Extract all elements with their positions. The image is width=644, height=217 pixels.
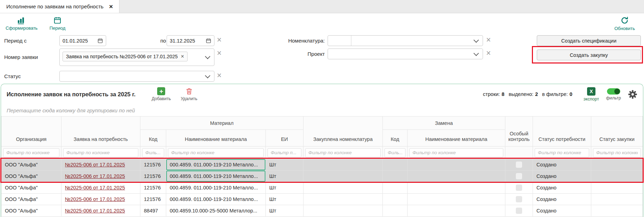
table-row[interactable]: ООО "Альфа" №2025-006 от 17.01.2025 1215… [1, 182, 643, 194]
filter-input-replacement-code[interactable] [385, 148, 405, 157]
special-control-checkbox[interactable] [516, 208, 522, 214]
cell-org[interactable]: ООО "Альфа" [1, 171, 61, 182]
cell-replacement-name[interactable] [408, 182, 505, 194]
cell-replacement-code[interactable] [383, 205, 408, 217]
cell-code[interactable]: 88497 [140, 205, 166, 217]
col-header-replacement-name[interactable]: Наименование материала [408, 130, 505, 147]
cell-need-status[interactable]: Создано [533, 205, 591, 217]
clear-period-icon[interactable]: × [217, 36, 221, 44]
remove-tag-icon[interactable]: × [181, 54, 184, 59]
cell-purchased[interactable] [303, 194, 383, 205]
chevron-down-icon[interactable] [474, 37, 479, 43]
cell-request[interactable]: №2025-006 от 17.01.2025 [61, 194, 140, 205]
cell-purchased[interactable] [303, 205, 383, 217]
cell-unit[interactable]: Шт [266, 182, 303, 194]
special-control-checkbox[interactable] [516, 173, 522, 179]
period-to-input[interactable] [170, 38, 200, 44]
filter-input-org[interactable] [3, 148, 59, 157]
special-control-checkbox[interactable] [516, 162, 522, 168]
create-specifications-button[interactable]: Создать спецификации [537, 35, 641, 46]
cell-special-control[interactable] [505, 205, 533, 217]
cell-need-status[interactable]: Создано [533, 171, 591, 182]
cell-need-status[interactable]: Создано [533, 159, 591, 171]
cell-material-name[interactable]: 000.4859. 011.000-119-210 Металло... [166, 171, 266, 182]
cell-replacement-name[interactable] [408, 194, 505, 205]
request-link[interactable]: №2025-006 от 17.01.2025 [65, 196, 125, 202]
clear-nomenclature-icon[interactable]: × [486, 36, 491, 44]
cell-material-name[interactable]: 000.4859. 011.000-119-210 Металло... [166, 194, 266, 205]
cell-code[interactable]: 121576 [140, 171, 166, 182]
col-header-org[interactable]: Организация [1, 117, 61, 147]
cell-need-status[interactable]: Создано [533, 182, 591, 194]
group-header-material[interactable]: Материал [140, 117, 303, 130]
clear-status-icon[interactable]: × [217, 72, 221, 80]
cell-unit[interactable]: Шт [266, 194, 303, 205]
cell-replacement-code[interactable] [383, 171, 408, 182]
cell-org[interactable]: ООО "Альфа" [1, 159, 61, 171]
cell-material-name[interactable]: 000.4859. 011.000-119-210 Металло... [166, 182, 266, 194]
request-number-select[interactable]: Заявка на потребность №2025-006 от 17.01… [59, 48, 214, 66]
col-header-code[interactable]: Код [140, 130, 166, 147]
delete-row-button[interactable]: Удалить [181, 87, 197, 101]
chevron-down-icon[interactable] [205, 73, 211, 78]
filter-input-purchase-status[interactable] [593, 148, 641, 157]
table-row[interactable]: ООО "Альфа" №2025-006 от 17.01.2025 1215… [1, 194, 643, 205]
cell-replacement-name[interactable] [408, 159, 505, 171]
cell-purchase-status[interactable] [591, 171, 643, 182]
project-select[interactable] [328, 48, 483, 59]
cell-special-control[interactable] [505, 182, 533, 194]
cell-code[interactable]: 121576 [140, 194, 166, 205]
status-select[interactable] [59, 71, 214, 82]
cell-special-control[interactable] [505, 159, 533, 171]
special-control-checkbox[interactable] [516, 185, 522, 191]
gear-icon[interactable] [628, 90, 637, 99]
cell-request[interactable]: №2025-006 от 17.01.2025 [61, 171, 140, 182]
col-header-replacement-code[interactable]: Код [383, 130, 408, 147]
add-row-button[interactable]: + Добавить [152, 87, 171, 101]
request-link[interactable]: №2025-006 от 17.01.2025 [65, 162, 125, 167]
tab-active[interactable]: Исполнение по заявкам на потребность × [0, 0, 119, 13]
calendar-icon[interactable] [97, 38, 103, 44]
cell-special-control[interactable] [505, 171, 533, 182]
clear-project-icon[interactable]: × [486, 49, 491, 57]
request-link[interactable]: №2025-006 от 17.01.2025 [65, 208, 125, 214]
filter-input-code[interactable] [142, 148, 164, 157]
table-row[interactable]: ООО "Альфа" №2025-006 от 17.01.2025 1215… [1, 159, 643, 171]
request-link[interactable]: №2025-006 от 17.01.2025 [65, 185, 125, 190]
col-header-material-name[interactable]: Наименование материала [166, 130, 266, 147]
period-from-input[interactable] [63, 38, 93, 44]
cell-purchased[interactable] [303, 159, 383, 171]
cell-unit[interactable]: Шт [266, 159, 303, 171]
create-purchase-button[interactable]: Создать закупку [537, 50, 641, 60]
period-button[interactable]: Период [50, 16, 66, 31]
col-header-need-status[interactable]: Статус потребности [533, 117, 591, 147]
tab-close-icon[interactable]: × [109, 3, 113, 10]
filter-input-need-status[interactable] [535, 148, 589, 157]
generate-button[interactable]: Сформировать [6, 16, 38, 31]
cell-purchase-status[interactable] [591, 194, 643, 205]
cell-purchased[interactable] [303, 171, 383, 182]
col-header-purchased[interactable]: Закуплена номенклатура [303, 117, 383, 147]
filter-input-unit[interactable] [268, 148, 301, 157]
group-header-replacement[interactable]: Замена [383, 117, 505, 130]
cell-code[interactable]: 121576 [140, 159, 166, 171]
cell-replacement-name[interactable] [408, 205, 505, 217]
cell-request[interactable]: №2025-006 от 17.01.2025 [61, 159, 140, 171]
cell-replacement-code[interactable] [383, 182, 408, 194]
cell-org[interactable]: ООО "Альфа" [1, 182, 61, 194]
filter-input-material-name[interactable] [168, 148, 264, 157]
cell-replacement-code[interactable] [383, 194, 408, 205]
col-header-request[interactable]: Заявка на потребность [61, 117, 140, 147]
cell-request[interactable]: №2025-006 от 17.01.2025 [61, 182, 140, 194]
special-control-checkbox[interactable] [516, 196, 522, 202]
cell-unit[interactable]: Шт [266, 205, 303, 217]
cell-code[interactable]: 121576 [140, 182, 166, 194]
table-row[interactable]: ООО "Альфа" №2025-006 от 17.01.2025 8849… [1, 205, 643, 217]
nomenclature-select[interactable] [328, 35, 483, 46]
col-header-unit[interactable]: ЕИ [266, 130, 303, 147]
chevron-down-icon[interactable] [474, 51, 479, 56]
cell-purchase-status[interactable] [591, 159, 643, 171]
calendar-icon[interactable] [206, 38, 211, 44]
cell-material-name[interactable]: 000.4859. 011.000-119-210 Металло... [166, 159, 266, 171]
nomenclature-code-segment[interactable] [328, 36, 351, 46]
